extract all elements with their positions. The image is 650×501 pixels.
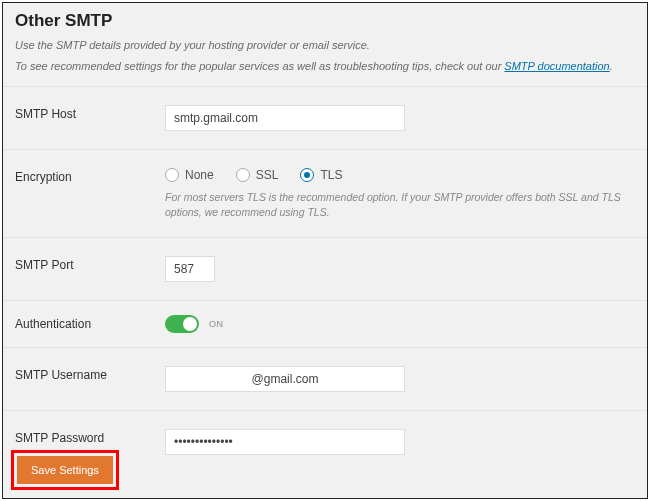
section-title: Other SMTP bbox=[3, 3, 647, 35]
row-encryption: Encryption None SSL TLS Fo bbox=[3, 149, 647, 237]
smtp-host-input[interactable] bbox=[165, 105, 405, 131]
save-settings-button[interactable]: Save Settings bbox=[17, 456, 113, 484]
label-authentication: Authentication bbox=[15, 315, 165, 331]
row-smtp-username: SMTP Username bbox=[3, 347, 647, 410]
settings-table: SMTP Host Encryption None SSL bbox=[3, 86, 647, 473]
authentication-toggle[interactable] bbox=[165, 315, 199, 333]
radio-tls-label: TLS bbox=[320, 168, 342, 182]
radio-item-none[interactable]: None bbox=[165, 168, 214, 182]
radio-none[interactable] bbox=[165, 168, 179, 182]
radio-item-ssl[interactable]: SSL bbox=[236, 168, 279, 182]
smtp-username-input[interactable] bbox=[165, 366, 405, 392]
intro-text-1: Use the SMTP details provided by your ho… bbox=[3, 35, 647, 56]
row-smtp-port: SMTP Port bbox=[3, 237, 647, 300]
intro-text-2: To see recommended settings for the popu… bbox=[3, 56, 647, 77]
radio-item-tls[interactable]: TLS bbox=[300, 168, 342, 182]
label-smtp-password: SMTP Password bbox=[15, 429, 165, 445]
radio-ssl[interactable] bbox=[236, 168, 250, 182]
radio-tls[interactable] bbox=[300, 168, 314, 182]
label-smtp-username: SMTP Username bbox=[15, 366, 165, 382]
toggle-knob-icon bbox=[183, 317, 197, 331]
radio-ssl-label: SSL bbox=[256, 168, 279, 182]
other-smtp-panel: Other SMTP Use the SMTP details provided… bbox=[2, 2, 648, 499]
intro-text-2-pre: To see recommended settings for the popu… bbox=[15, 60, 504, 72]
save-highlight-frame: Save Settings bbox=[11, 450, 119, 490]
label-smtp-host: SMTP Host bbox=[15, 105, 165, 121]
row-smtp-host: SMTP Host bbox=[3, 86, 647, 149]
smtp-password-input[interactable] bbox=[165, 429, 405, 455]
encryption-hint: For most servers TLS is the recommended … bbox=[165, 190, 635, 219]
label-encryption: Encryption bbox=[15, 168, 165, 184]
smtp-port-input[interactable] bbox=[165, 256, 215, 282]
authentication-toggle-state: ON bbox=[209, 319, 224, 329]
label-smtp-port: SMTP Port bbox=[15, 256, 165, 272]
row-authentication: Authentication ON bbox=[3, 300, 647, 347]
intro-text-2-post: . bbox=[610, 60, 613, 72]
smtp-doc-link[interactable]: SMTP documentation bbox=[504, 60, 609, 72]
radio-none-label: None bbox=[185, 168, 214, 182]
encryption-radio-group: None SSL TLS bbox=[165, 168, 635, 182]
